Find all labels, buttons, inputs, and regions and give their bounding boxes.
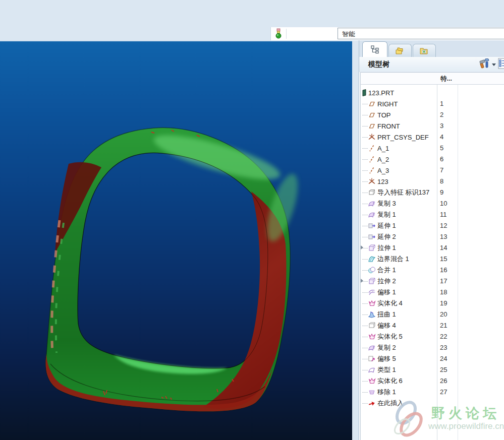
tree-connector bbox=[362, 170, 368, 171]
feature-number: 19 bbox=[440, 299, 457, 307]
tree-settings-icon[interactable] bbox=[479, 58, 491, 71]
tree-item[interactable]: 合并 116 bbox=[361, 265, 504, 276]
boundary-blend-icon bbox=[368, 255, 376, 263]
model-tree-tab-icon bbox=[370, 45, 379, 54]
tree-item[interactable]: 拉伸 114 bbox=[361, 242, 504, 254]
tree-connector bbox=[362, 115, 368, 115]
tree-item[interactable]: 导入特征 标识1379 bbox=[361, 187, 504, 198]
feature-number: 4 bbox=[440, 133, 457, 141]
tree-item[interactable]: 复制 223 bbox=[361, 342, 504, 353]
tree-item-label: 偏移 1 bbox=[377, 288, 396, 297]
tree-connector bbox=[362, 215, 368, 215]
datum-plane-icon bbox=[368, 100, 376, 108]
extrude-icon bbox=[368, 244, 376, 252]
offset-icon bbox=[368, 288, 376, 296]
tree-item[interactable]: PRT_CSYS_DEF4 bbox=[361, 132, 504, 143]
panel-header: 模型树 bbox=[359, 57, 504, 72]
tree-item[interactable]: A_26 bbox=[361, 154, 504, 165]
tree-item-label: 延伸 2 bbox=[377, 232, 396, 241]
tree-connector bbox=[362, 104, 368, 104]
tree-insert-here[interactable]: 在此插入 bbox=[361, 398, 504, 409]
feature-number: 5 bbox=[440, 144, 457, 152]
tree-column-header[interactable]: 特... bbox=[361, 73, 504, 85]
tree-connector bbox=[362, 270, 368, 271]
offset-arrow-icon bbox=[368, 355, 376, 363]
tree-item-label: TOP bbox=[377, 111, 391, 119]
tree-item[interactable]: FRONT3 bbox=[361, 120, 504, 132]
extend-icon bbox=[368, 222, 376, 230]
tree-item[interactable]: A_15 bbox=[361, 143, 504, 154]
tree-connector bbox=[362, 292, 368, 293]
solidify-icon bbox=[368, 377, 376, 385]
tree-item-label: 在此插入 bbox=[377, 399, 404, 408]
tree-connector bbox=[362, 159, 368, 160]
tree-connector bbox=[362, 392, 368, 393]
tree-item[interactable]: 实体化 419 bbox=[361, 298, 504, 309]
tab-model-tree[interactable] bbox=[362, 41, 387, 57]
tree-item[interactable]: 移除 127 bbox=[361, 387, 504, 398]
tree-item-label: 实体化 5 bbox=[377, 332, 403, 341]
solidify-icon bbox=[368, 299, 376, 307]
graphics-viewport[interactable] bbox=[0, 40, 352, 440]
tree-item[interactable]: 复制 111 bbox=[361, 209, 504, 220]
feature-number: 25 bbox=[440, 366, 457, 373]
tree-item[interactable]: RIGHT1 bbox=[361, 98, 504, 109]
model-tree-panel: 模型树 bbox=[359, 40, 504, 440]
solidify-icon bbox=[368, 333, 376, 341]
expand-arrow-icon[interactable] bbox=[361, 279, 363, 283]
datum-plane-icon bbox=[368, 122, 376, 130]
smart-filter-icon[interactable] bbox=[274, 28, 283, 39]
folder-star-tab-icon bbox=[419, 46, 430, 55]
tree-item[interactable]: 边界混合 115 bbox=[361, 254, 504, 265]
tree-item[interactable]: A_37 bbox=[361, 165, 504, 176]
tree-item[interactable]: 拉伸 217 bbox=[361, 276, 504, 287]
tree-connector bbox=[362, 237, 368, 237]
feature-number: 21 bbox=[440, 322, 457, 329]
tab-favorites[interactable] bbox=[413, 44, 436, 57]
tree-item-label: 类型 1 bbox=[377, 365, 396, 374]
tree-connector bbox=[362, 204, 368, 204]
axis-icon bbox=[368, 144, 376, 152]
tree-item[interactable]: 1238 bbox=[361, 176, 504, 187]
tab-folder-browser[interactable] bbox=[388, 44, 412, 57]
tree-item[interactable]: 实体化 522 bbox=[361, 331, 504, 342]
tree-item[interactable]: 偏移 421 bbox=[361, 320, 504, 331]
tree-connector bbox=[362, 126, 368, 127]
tree-item[interactable]: 扭曲 120 bbox=[361, 309, 504, 320]
tree-item[interactable]: 实体化 626 bbox=[361, 375, 504, 387]
tree-item[interactable]: 延伸 213 bbox=[361, 231, 504, 242]
tree-item[interactable]: 偏移 118 bbox=[361, 287, 504, 298]
tree-item-label: 实体化 4 bbox=[377, 299, 403, 308]
tree-item[interactable]: 偏移 524 bbox=[361, 353, 504, 364]
tree-item[interactable]: TOP2 bbox=[361, 109, 504, 120]
tree-connector bbox=[362, 181, 368, 182]
tree-connector bbox=[362, 337, 368, 337]
feature-number: 7 bbox=[440, 166, 457, 174]
feature-number: 6 bbox=[440, 155, 457, 163]
tree-item[interactable]: 复制 310 bbox=[361, 198, 504, 209]
feature-number: 15 bbox=[440, 255, 457, 263]
panel-splitter[interactable] bbox=[352, 40, 359, 440]
chevron-down-icon[interactable] bbox=[492, 64, 496, 66]
expand-arrow-icon[interactable] bbox=[361, 245, 363, 249]
offset-box-icon bbox=[368, 322, 376, 330]
feature-number: 26 bbox=[440, 377, 457, 385]
selection-filter-combobox[interactable] bbox=[338, 28, 504, 39]
tree-item[interactable]: 类型 125 bbox=[361, 364, 504, 375]
tree-columns-icon[interactable] bbox=[498, 58, 504, 71]
feature-number: 1 bbox=[440, 100, 457, 107]
tree-item[interactable]: 延伸 112 bbox=[361, 220, 504, 231]
selection-toolbar bbox=[270, 27, 504, 40]
tree-item-label: 偏移 5 bbox=[377, 354, 396, 363]
feature-number: 14 bbox=[440, 244, 457, 252]
tree-item[interactable]: 123.PRT bbox=[361, 87, 504, 98]
tree-item-label: 扭曲 1 bbox=[377, 310, 396, 319]
tree-connector bbox=[362, 370, 368, 370]
tree-item-label: A_1 bbox=[377, 145, 389, 152]
feature-number: 27 bbox=[440, 388, 457, 396]
extend-icon bbox=[368, 233, 376, 241]
tree-item-label: 拉伸 2 bbox=[377, 277, 396, 286]
tree-item-label: RIGHT bbox=[377, 100, 398, 108]
tree-item-label: 偏移 4 bbox=[377, 321, 396, 330]
folders-tab-icon bbox=[395, 46, 406, 55]
